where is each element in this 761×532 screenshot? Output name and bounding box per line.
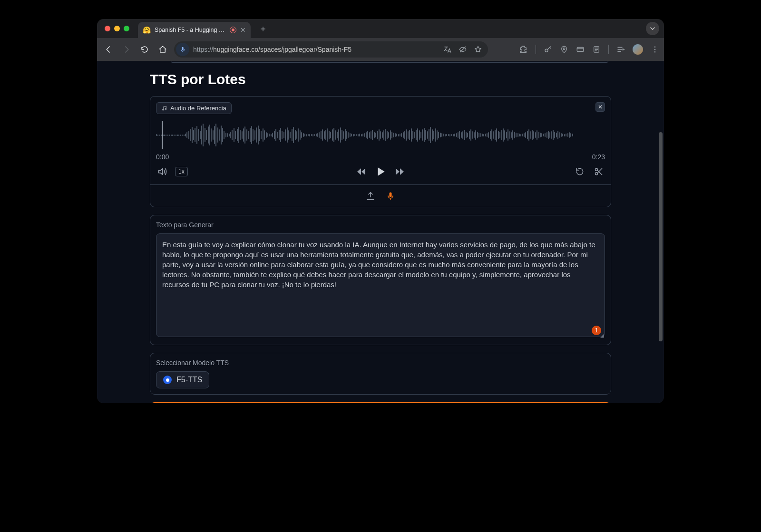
minimize-window-button[interactable] [114, 26, 120, 31]
time-display: 0:00 0:23 [156, 153, 605, 161]
extensions-area [519, 44, 659, 55]
translate-icon[interactable] [443, 45, 452, 54]
time-current: 0:00 [156, 153, 169, 161]
back-button[interactable] [102, 43, 115, 56]
reader-icon[interactable] [592, 45, 601, 54]
close-tab-button[interactable]: ✕ [240, 26, 246, 34]
key-icon[interactable] [544, 45, 552, 54]
profile-avatar[interactable] [633, 44, 643, 55]
tab-strip: 🤗 Spanish F5 - a Hugging Fa… ✕ ＋ [97, 19, 664, 38]
audio-reference-label-text: Audio de Referencia [170, 105, 226, 112]
text-input-label: Texto para Generar [156, 221, 605, 229]
location-icon[interactable] [560, 45, 568, 54]
skip-back-button[interactable] [355, 165, 368, 178]
record-microphone-button[interactable] [384, 190, 397, 202]
synthesize-button[interactable]: Sintetizar [150, 402, 611, 403]
address-bar[interactable]: https://huggingface.co/spaces/jpgallegoa… [174, 41, 488, 58]
playback-speed-button[interactable]: 1x [175, 167, 188, 176]
time-total: 0:23 [592, 153, 605, 161]
tab-title: Spanish F5 - a Hugging Fa… [155, 27, 226, 33]
volume-icon[interactable] [156, 165, 168, 178]
svg-point-12 [654, 51, 656, 53]
play-button[interactable] [374, 165, 387, 178]
clear-audio-button[interactable]: ✕ [595, 102, 605, 112]
svg-point-14 [165, 108, 166, 110]
trim-button[interactable] [593, 165, 605, 178]
page-title: TTS por Lotes [150, 71, 611, 87]
credit-card-icon[interactable] [576, 45, 585, 54]
browser-window: 🤗 Spanish F5 - a Hugging Fa… ✕ ＋ [97, 19, 664, 403]
model-select-card: Seleccionar Modelo TTS F5-TTS [150, 353, 611, 395]
recording-indicator-icon [230, 27, 236, 33]
url-text: https://huggingface.co/spaces/jpgallegoa… [193, 46, 351, 53]
zoom-window-button[interactable] [124, 26, 129, 31]
svg-point-3 [563, 48, 565, 50]
url-rest: huggingface.co/spaces/jpgallegoar/Spanis… [213, 46, 351, 53]
svg-point-13 [162, 109, 164, 110]
browser-toolbar: https://huggingface.co/spaces/jpgallegoa… [97, 38, 664, 61]
forward-button[interactable] [120, 43, 133, 56]
page-content: TTS por Lotes Audio de Referencia ✕ 0:00… [97, 61, 664, 403]
star-icon[interactable] [474, 45, 482, 54]
separator [536, 45, 536, 54]
new-tab-button[interactable]: ＋ [256, 22, 270, 35]
upload-audio-button[interactable] [364, 190, 377, 202]
grammar-badge[interactable]: 1 [592, 326, 601, 335]
separator [608, 45, 609, 54]
extensions-icon[interactable] [519, 45, 528, 54]
media-controls-icon[interactable] [616, 45, 625, 54]
svg-point-10 [654, 46, 656, 48]
close-window-button[interactable] [105, 26, 110, 31]
text-input-card: Texto para Generar 1 ◢ [150, 215, 611, 345]
waveform-display[interactable] [156, 121, 605, 149]
audio-reference-label: Audio de Referencia [156, 102, 232, 114]
audio-reference-card: Audio de Referencia ✕ 0:00 0:23 [150, 96, 611, 207]
skip-forward-button[interactable] [393, 165, 406, 178]
site-microphone-chip-icon[interactable] [176, 43, 189, 56]
svg-rect-4 [577, 48, 584, 52]
radio-selected-icon [163, 376, 172, 384]
model-option-label: F5-TTS [176, 376, 202, 384]
svg-rect-0 [182, 47, 184, 50]
vertical-scrollbar[interactable] [659, 132, 663, 341]
waveform-playhead[interactable] [162, 121, 163, 149]
svg-point-11 [654, 49, 656, 50]
text-to-generate-input[interactable] [156, 233, 605, 337]
model-select-label: Seleccionar Modelo TTS [156, 359, 605, 367]
kebab-menu-icon[interactable] [651, 45, 659, 54]
window-traffic-lights [105, 26, 129, 31]
previous-card-bottom-fragment [171, 61, 608, 63]
model-option-f5tts[interactable]: F5-TTS [156, 371, 209, 388]
tab-list-dropdown[interactable] [646, 22, 659, 35]
svg-rect-17 [390, 193, 392, 197]
undo-button[interactable] [574, 165, 586, 178]
home-button[interactable] [156, 43, 169, 56]
browser-tab-active[interactable]: 🤗 Spanish F5 - a Hugging Fa… ✕ [138, 22, 251, 38]
reload-button[interactable] [138, 43, 151, 56]
tab-favicon: 🤗 [143, 26, 151, 34]
music-note-icon [161, 105, 167, 111]
eye-off-icon[interactable] [459, 45, 467, 54]
url-scheme: https:// [193, 46, 213, 53]
